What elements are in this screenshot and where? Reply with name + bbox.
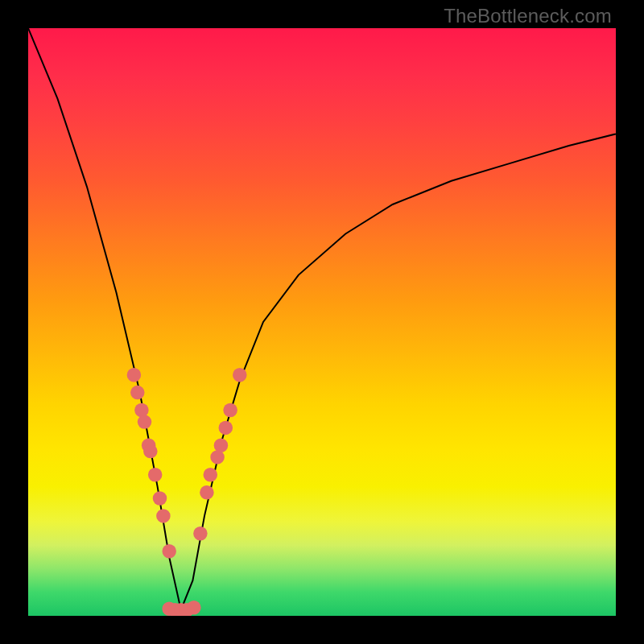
chart-frame: TheBottleneck.com [0, 0, 644, 644]
curve-dot [219, 421, 233, 436]
curve-dot [233, 368, 247, 382]
curve-dot [223, 403, 237, 418]
curve-dot [148, 468, 163, 482]
curve-dot [204, 468, 218, 482]
curve-dot [200, 485, 214, 500]
curve-dot [187, 601, 201, 615]
curve-dot [193, 526, 208, 541]
curve-dot [156, 509, 171, 523]
curve-dot [214, 439, 229, 453]
chart-svg [28, 28, 616, 616]
bottleneck-curve [28, 28, 616, 610]
watermark-text: TheBottleneck.com [444, 5, 612, 27]
curve-dot [130, 386, 145, 400]
curve-dot [153, 491, 167, 506]
curve-dot [143, 444, 158, 459]
curve-dot [162, 544, 176, 559]
curve-dot [134, 403, 149, 418]
curve-markers [127, 368, 247, 616]
plot-area [28, 28, 616, 616]
curve-dot [127, 368, 142, 382]
curve-dot [138, 415, 152, 429]
